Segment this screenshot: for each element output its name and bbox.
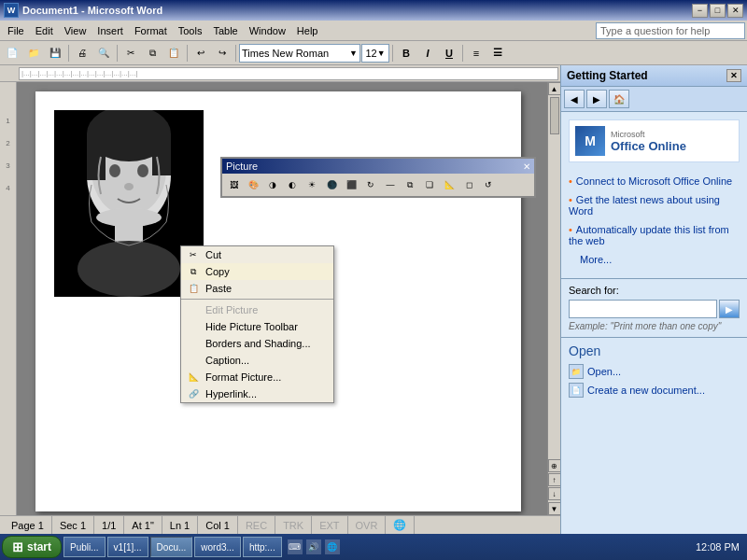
- taskbar-item-1[interactable]: v1[1]...: [107, 537, 148, 557]
- font-selector[interactable]: Times New Roman ▼: [239, 44, 360, 63]
- panel-close-btn[interactable]: ✕: [726, 69, 741, 82]
- menu-insert[interactable]: Insert: [92, 23, 129, 38]
- ctx-paste[interactable]: 📋 Paste: [181, 280, 333, 297]
- title-bar-buttons: − □ ✕: [692, 4, 743, 18]
- gs-link-0[interactable]: Connect to Microsoft Office Online: [569, 175, 740, 187]
- align-left-button[interactable]: ≡: [466, 44, 486, 63]
- menu-window[interactable]: Window: [244, 23, 291, 38]
- main-toolbar: 📄 📁 💾 🖨 🔍 ✂ ⧉ 📋 ↩ ↪ Times New Roman ▼ 12…: [0, 41, 747, 65]
- document-canvas[interactable]: Picture ✕ 🖼 🎨 ◑ ◐ ☀ 🌑 ⬛ ↻ —: [17, 82, 547, 515]
- gs-forward-btn[interactable]: ▶: [586, 90, 607, 108]
- taskbar-item-3[interactable]: word3...: [194, 537, 241, 557]
- ctx-format-picture[interactable]: 📐 Format Picture...: [181, 369, 333, 385]
- scroll-up-arrow[interactable]: ▲: [548, 82, 561, 95]
- gs-link-1[interactable]: Get the latest news about using Word: [569, 194, 740, 217]
- picture-toolbar-title[interactable]: Picture ✕: [222, 159, 534, 174]
- getting-started-header: Getting Started ✕: [561, 65, 747, 87]
- start-label: start: [27, 540, 51, 553]
- pic-insert-btn[interactable]: 🖼: [224, 175, 243, 194]
- menu-edit[interactable]: Edit: [30, 23, 59, 38]
- pic-contrast-less-btn[interactable]: ◐: [283, 175, 302, 194]
- redo-button[interactable]: ↪: [212, 43, 233, 63]
- pic-compress-btn[interactable]: ⧉: [401, 175, 419, 194]
- copy-button[interactable]: ⧉: [142, 43, 162, 63]
- scroll-next-page-btn[interactable]: ↓: [548, 487, 561, 500]
- separator-4: [235, 45, 236, 62]
- svg-rect-5: [152, 133, 171, 175]
- ctx-cut[interactable]: ✂ Cut: [181, 246, 333, 263]
- separator-6: [462, 45, 463, 62]
- taskbar-item-2[interactable]: Docu...: [150, 537, 193, 557]
- gs-link-2[interactable]: Automatically update this list from the …: [569, 224, 740, 246]
- scroll-prev-page-btn[interactable]: ↑: [548, 473, 561, 486]
- menu-view[interactable]: View: [59, 23, 92, 38]
- menu-table[interactable]: Table: [207, 23, 243, 38]
- size-dropdown-icon[interactable]: ▼: [377, 49, 386, 58]
- menu-help[interactable]: Help: [291, 23, 324, 38]
- ctx-copy[interactable]: ⧉ Copy: [181, 263, 333, 280]
- pic-settransparent-btn[interactable]: ◻: [459, 175, 478, 194]
- gs-create-doc-btn[interactable]: 📄 Create a new document...: [569, 383, 740, 398]
- ctx-caption[interactable]: Caption...: [181, 352, 333, 369]
- ruler-inner: |...|...|...|...|...|...|...|...|...|...…: [19, 67, 558, 80]
- align-center-button[interactable]: ☰: [487, 44, 508, 63]
- ctx-borders[interactable]: Borders and Shading...: [181, 335, 333, 352]
- print-button[interactable]: 🖨: [72, 43, 92, 63]
- ctx-sep-1: [181, 299, 333, 300]
- pic-format-btn[interactable]: 📐: [440, 175, 458, 194]
- undo-button[interactable]: ↩: [190, 43, 211, 63]
- scroll-thumb[interactable]: [550, 97, 559, 134]
- maximize-button[interactable]: □: [710, 4, 726, 18]
- new-button[interactable]: 📄: [2, 43, 22, 63]
- menu-format[interactable]: Format: [129, 23, 173, 38]
- pic-color-btn[interactable]: 🎨: [244, 175, 262, 194]
- hide-toolbar-icon: [185, 318, 202, 335]
- underline-button[interactable]: U: [439, 44, 459, 63]
- font-size-selector[interactable]: 12 ▼: [361, 44, 389, 63]
- close-button[interactable]: ✕: [727, 4, 743, 18]
- getting-started-title: Getting Started: [567, 69, 648, 82]
- gs-home-btn[interactable]: 🏠: [609, 90, 629, 108]
- gs-open-file-btn[interactable]: 📁 Open...: [569, 364, 740, 379]
- gs-more-link[interactable]: More...: [580, 254, 740, 265]
- italic-button[interactable]: I: [417, 44, 438, 63]
- status-rec: REC: [238, 516, 275, 534]
- getting-started-open: Open 📁 Open... 📄 Create a new document..…: [561, 337, 747, 407]
- scroll-expand-btn[interactable]: ⊕: [548, 459, 561, 472]
- pic-contrast-more-btn[interactable]: ◑: [263, 175, 282, 194]
- pic-lineweight-btn[interactable]: —: [381, 175, 400, 194]
- ctx-hide-toolbar[interactable]: Hide Picture Toolbar: [181, 318, 333, 335]
- taskbar-item-4[interactable]: http:...: [243, 537, 282, 557]
- pic-bright-more-btn[interactable]: ☀: [303, 175, 321, 194]
- font-dropdown-icon[interactable]: ▼: [349, 49, 358, 58]
- separator-3: [187, 45, 188, 62]
- search-box: ▶: [569, 300, 740, 318]
- preview-button[interactable]: 🔍: [93, 43, 114, 63]
- gs-back-btn[interactable]: ◀: [564, 90, 585, 108]
- taskbar-item-0[interactable]: Publi...: [63, 537, 106, 557]
- open-button[interactable]: 📁: [23, 43, 44, 63]
- office-online-logo: M Microsoft Office Online: [569, 119, 740, 162]
- pic-crop-btn[interactable]: ⬛: [342, 175, 360, 194]
- scroll-down-arrow[interactable]: ▼: [548, 502, 561, 515]
- start-button[interactable]: ⊞ start: [2, 536, 62, 558]
- pic-rotate-btn[interactable]: ↻: [361, 175, 380, 194]
- ctx-paste-label: Paste: [205, 283, 232, 294]
- cut-button[interactable]: ✂: [120, 43, 141, 63]
- help-search-box[interactable]: Type a question for help: [596, 22, 745, 39]
- paste-button[interactable]: 📋: [163, 43, 184, 63]
- save-button[interactable]: 💾: [45, 43, 65, 63]
- search-input[interactable]: [569, 300, 717, 318]
- menu-file[interactable]: File: [2, 23, 30, 38]
- ctx-edit-picture: Edit Picture: [181, 301, 333, 318]
- vertical-scrollbar[interactable]: ▲ ⊕ ↑ ↓ ▼: [547, 82, 560, 515]
- picture-toolbar-close-icon[interactable]: ✕: [523, 161, 530, 172]
- search-submit-btn[interactable]: ▶: [719, 300, 740, 318]
- pic-textwrap-btn[interactable]: ❏: [420, 175, 439, 194]
- menu-tools[interactable]: Tools: [173, 23, 208, 38]
- ctx-hyperlink[interactable]: 🔗 Hyperlink...: [181, 385, 333, 402]
- pic-bright-less-btn[interactable]: 🌑: [322, 175, 341, 194]
- minimize-button[interactable]: −: [692, 4, 708, 18]
- bold-button[interactable]: B: [396, 44, 416, 63]
- pic-reset-btn[interactable]: ↺: [479, 175, 498, 194]
